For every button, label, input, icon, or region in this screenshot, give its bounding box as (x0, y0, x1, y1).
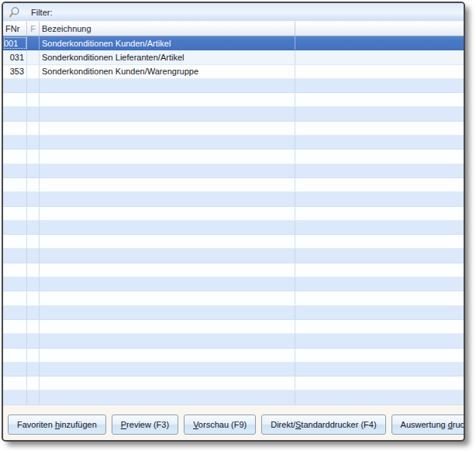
cell-bezeichnung (40, 178, 295, 191)
vorschau-f9-button[interactable]: Vorschau (F9) (184, 414, 256, 435)
table-row[interactable] (3, 263, 464, 277)
table-row[interactable] (3, 291, 464, 305)
cell-f (27, 207, 40, 220)
cell-fnr (3, 320, 27, 333)
table-row[interactable]: 353 Sonderkonditionen Kunden/Warengruppe (3, 65, 464, 79)
cell-fnr (3, 249, 27, 262)
cell-extra (295, 349, 464, 362)
cell-bezeichnung (40, 263, 295, 277)
cell-fnr (3, 334, 27, 347)
cell-extra (295, 65, 464, 78)
cell-bezeichnung (40, 306, 295, 319)
cell-f (27, 377, 40, 390)
cell-fnr (3, 79, 27, 92)
cell-extra (295, 235, 464, 248)
table-row[interactable] (3, 207, 464, 221)
cell-extra (295, 192, 464, 205)
cell-bezeichnung (40, 79, 295, 92)
cell-fnr (3, 306, 27, 319)
cell-fnr (3, 192, 27, 205)
table-row[interactable] (3, 79, 464, 93)
filter-label: Filter: (31, 8, 53, 17)
cell-f (27, 107, 40, 120)
cell-extra (295, 164, 464, 177)
button-bar: Favoriten hinzufügen Preview (F3) Vorsch… (8, 414, 459, 435)
table-row[interactable] (3, 136, 464, 150)
cell-fnr: 001 (3, 36, 27, 50)
cell-extra (295, 122, 464, 135)
cell-fnr (3, 178, 27, 191)
table-row[interactable] (3, 221, 464, 235)
cell-fnr (3, 164, 27, 177)
cell-extra (295, 79, 464, 92)
cell-f (27, 320, 40, 333)
table-row[interactable] (3, 122, 464, 136)
filter-bar[interactable]: Filter: (3, 3, 464, 22)
cell-f (27, 136, 40, 149)
cell-extra (295, 263, 464, 277)
cell-bezeichnung (40, 277, 295, 291)
column-header-empty (295, 22, 464, 36)
table-row[interactable] (3, 235, 464, 249)
table-row[interactable] (3, 390, 464, 404)
cell-fnr (3, 221, 27, 234)
cell-bezeichnung (40, 136, 295, 149)
cell-extra (295, 390, 464, 404)
table-row[interactable] (3, 320, 464, 334)
add-favorites-button[interactable]: Favoriten hinzufügen (8, 414, 106, 435)
column-header-fnr[interactable]: FNr (3, 22, 27, 36)
cell-fnr (3, 107, 27, 120)
table-body: 001 Sonderkonditionen Kunden/Artikel 031… (3, 36, 464, 405)
cell-fnr (3, 122, 27, 135)
cell-bezeichnung (40, 93, 295, 106)
cell-fnr (3, 93, 27, 106)
table-row[interactable] (3, 334, 464, 348)
cell-extra (295, 221, 464, 234)
cell-f (27, 150, 40, 163)
direct-standard-printer-f4-button[interactable]: Direkt/Standarddrucker (F4) (261, 414, 385, 435)
table-row[interactable] (3, 249, 464, 263)
table-row[interactable]: 031 Sonderkonditionen Lieferanten/Artike… (3, 50, 464, 64)
print-report-button[interactable]: Auswertung drucken (391, 414, 465, 435)
cell-extra (295, 136, 464, 149)
cell-bezeichnung (40, 235, 295, 248)
table-row[interactable] (3, 306, 464, 320)
cell-f (27, 291, 40, 304)
cell-f (27, 249, 40, 262)
cell-f (27, 306, 40, 319)
table-row[interactable] (3, 349, 464, 363)
cell-fnr (3, 363, 27, 376)
table-row[interactable] (3, 192, 464, 206)
cell-bezeichnung (40, 122, 295, 135)
cell-bezeichnung (40, 249, 295, 262)
cell-f (27, 79, 40, 92)
table-row[interactable] (3, 150, 464, 163)
cell-extra (295, 377, 464, 390)
cell-bezeichnung (40, 207, 295, 220)
cell-bezeichnung (40, 192, 295, 205)
preview-f3-button[interactable]: Preview (F3) (112, 414, 178, 435)
cell-fnr (3, 263, 27, 277)
cell-fnr (3, 349, 27, 362)
table-row[interactable] (3, 164, 464, 178)
cell-f (27, 65, 40, 78)
cell-bezeichnung (40, 221, 295, 234)
cell-extra (295, 320, 464, 333)
cell-fnr (3, 235, 27, 248)
table-row[interactable] (3, 178, 464, 192)
cell-extra (295, 178, 464, 191)
column-header-f[interactable]: F (27, 22, 40, 36)
cell-f (27, 363, 40, 376)
table-row[interactable]: 001 Sonderkonditionen Kunden/Artikel (3, 36, 464, 50)
cell-fnr (3, 390, 27, 404)
table-row[interactable] (3, 277, 464, 291)
cell-f (27, 93, 40, 106)
table-row[interactable] (3, 363, 464, 377)
table-row[interactable] (3, 107, 464, 121)
cell-fnr (3, 377, 27, 390)
table-row[interactable] (3, 93, 464, 107)
table-row[interactable] (3, 377, 464, 390)
cell-fnr (3, 136, 27, 149)
cell-bezeichnung (40, 320, 295, 333)
column-header-bezeichnung[interactable]: Bezeichnung (40, 22, 295, 36)
